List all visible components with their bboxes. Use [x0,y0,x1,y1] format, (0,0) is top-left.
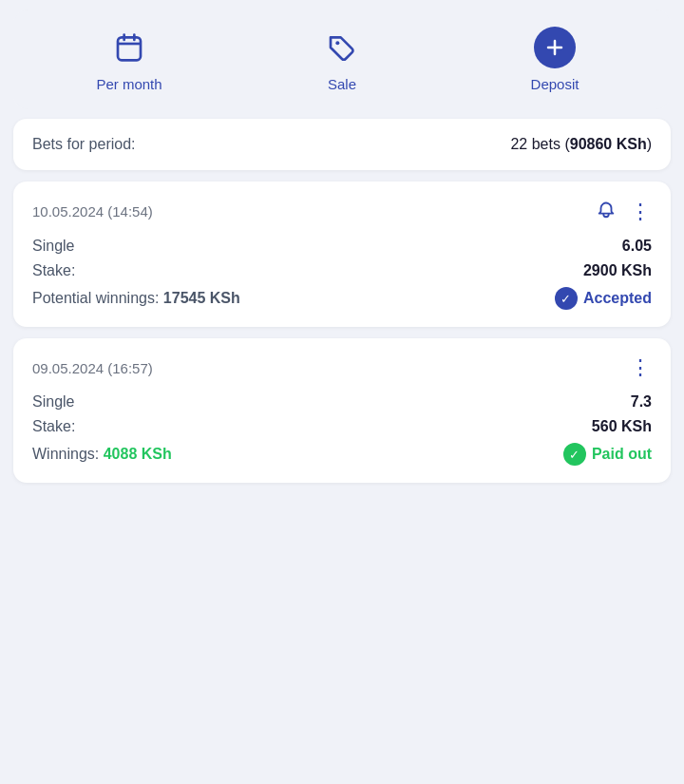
bet-stake-amount-0: 2900 KSh [583,262,652,279]
nav-item-per-month[interactable]: Per month [23,27,236,92]
deposit-circle [534,27,576,68]
calendar-icon [108,27,150,68]
bet-footer-0: Potential winnings: 17545 KSh ✓ Accepted [32,287,652,310]
bet-type-label-1: Single [32,393,74,411]
bets-summary-card: Bets for period: 22 bets (90860 KSh) [13,119,671,170]
bet-type-row-0: Single 6.05 [32,238,652,255]
top-nav: Per month Sale Deposit [13,10,671,109]
bet-stake-amount-1: 560 KSh [592,418,652,435]
bet-stake-row-1: Stake: 560 KSh [32,418,652,435]
bet-footer-1: Winnings: 4088 KSh ✓ Paid out [32,443,652,466]
bet-stake-label-1: Stake: [32,418,75,435]
nav-item-deposit[interactable]: Deposit [448,27,661,92]
bet-card-0: 10.05.2024 (14:54) ⋮ Single 6.05 Stake: … [13,182,671,327]
bet-odds-0: 6.05 [622,238,652,255]
svg-point-4 [335,41,339,45]
bet-stake-row-0: Stake: 2900 KSh [32,262,652,279]
status-text-0: Accepted [583,290,652,307]
bet-type-row-1: Single 7.3 [32,393,652,411]
nav-label-deposit: Deposit [531,76,580,92]
more-menu-icon-1[interactable]: ⋮ [630,355,652,380]
bet-actions-0: ⋮ [596,199,652,224]
bet-card-1: 09.05.2024 (16:57) ⋮ Single 7.3 Stake: 5… [13,338,671,483]
nav-item-sale[interactable]: Sale [236,27,448,92]
plus-icon [534,27,576,68]
status-badge-1: ✓ Paid out [563,443,652,466]
check-circle-icon-0: ✓ [555,287,578,310]
bet-odds-1: 7.3 [631,393,652,411]
status-text-1: Paid out [592,446,652,463]
check-circle-icon-1: ✓ [563,443,586,466]
bet-actions-1: ⋮ [630,355,652,380]
period-label: Bets for period: [32,136,136,153]
tag-icon [321,27,363,68]
bet-stake-label-0: Stake: [32,262,75,279]
bet-header-0: 10.05.2024 (14:54) ⋮ [32,199,652,224]
nav-label-sale: Sale [328,76,356,92]
content-area: Bets for period: 22 bets (90860 KSh) 10.… [0,119,684,483]
winnings-label-1: Winnings: 4088 KSh [32,446,172,463]
winnings-label-0: Potential winnings: 17545 KSh [32,290,240,307]
status-badge-0: ✓ Accepted [555,287,652,310]
bet-type-label-0: Single [32,238,74,255]
more-menu-icon-0[interactable]: ⋮ [630,200,652,224]
period-value: 22 bets (90860 KSh) [510,136,652,153]
bell-icon-0[interactable] [596,199,617,224]
nav-label-per-month: Per month [96,76,162,92]
bet-header-1: 09.05.2024 (16:57) ⋮ [32,355,652,380]
svg-rect-0 [118,37,141,60]
bet-date-1: 09.05.2024 (16:57) [32,360,153,376]
bet-date-0: 10.05.2024 (14:54) [32,203,153,220]
